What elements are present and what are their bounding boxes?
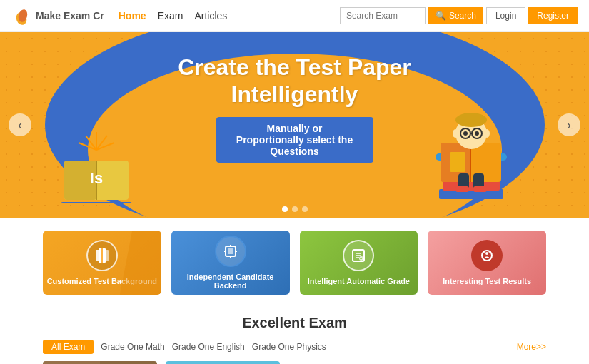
- exam-thumb-1[interactable]: Exam 1: [43, 361, 157, 364]
- excellent-title: Excellent Exam: [43, 315, 546, 331]
- nav-home[interactable]: Home: [119, 10, 146, 21]
- page-header: Make Exam Cr Home Exam Articles 🔍 Search…: [0, 0, 589, 32]
- filter-english[interactable]: Grade One English: [172, 342, 245, 352]
- svg-rect-22: [450, 152, 465, 172]
- slide-dot-3[interactable]: [302, 206, 308, 212]
- search-input[interactable]: [340, 7, 426, 24]
- svg-rect-11: [61, 202, 132, 203]
- svg-point-52: [485, 252, 488, 255]
- hero-slide-dots: [282, 206, 308, 212]
- hero-banner: Is LAN Exam Maker Create the Test Paper …: [0, 32, 589, 218]
- search-icon: 🔍: [436, 11, 446, 21]
- logo-text: Make Exam Cr: [36, 10, 104, 21]
- hero-title: Create the Test Paper Intelligently: [178, 54, 411, 108]
- nav-articles[interactable]: Articles: [194, 10, 227, 21]
- search-area: 🔍 Search Login Register: [340, 7, 578, 24]
- search-label: Search: [449, 11, 476, 21]
- feature-candidate[interactable]: Independent Candidate Backend: [171, 231, 290, 295]
- candidate-icon: [215, 236, 246, 267]
- svg-point-30: [453, 129, 458, 138]
- svg-point-24: [455, 113, 487, 127]
- svg-rect-58: [166, 361, 280, 364]
- mascot-left: Is LAN Exam Maker: [57, 125, 136, 203]
- results-label: Interesting Test Results: [443, 277, 531, 285]
- chevron-right-icon: ›: [567, 118, 571, 133]
- excellent-section: Excellent Exam All Exam Grade One Math G…: [0, 308, 589, 364]
- svg-rect-35: [473, 186, 487, 192]
- svg-point-28: [463, 131, 468, 136]
- feature-customized[interactable]: Customized Test Background: [43, 231, 161, 295]
- svg-text:Is: Is: [90, 169, 103, 187]
- hero-prev-button[interactable]: ‹: [9, 113, 31, 136]
- search-button[interactable]: 🔍 Search: [428, 7, 483, 24]
- svg-rect-41: [228, 248, 233, 254]
- more-link[interactable]: More>>: [517, 342, 546, 352]
- svg-rect-56: [43, 361, 100, 364]
- filter-physics[interactable]: Grade One Physics: [252, 342, 326, 352]
- filter-math[interactable]: Grade One Math: [101, 342, 164, 352]
- exam-thumb-2[interactable]: Exam 2: [166, 361, 280, 364]
- feature-cards: Customized Test Background Independent C…: [0, 218, 589, 308]
- exam-filter-row: All Exam Grade One Math Grade One Englis…: [43, 340, 546, 354]
- hero-title-line2: Intelligently: [231, 81, 358, 107]
- filter-all[interactable]: All Exam: [43, 340, 94, 354]
- slide-dot-1[interactable]: [282, 206, 288, 212]
- exam-thumbnails: Exam 1 Exam 2: [43, 361, 546, 364]
- hero-subtitle: Manually or Proportionally select the Qu…: [216, 117, 373, 163]
- svg-rect-34: [455, 186, 469, 192]
- logo-area: Make Exam Cr: [11, 6, 104, 26]
- hero-next-button[interactable]: ›: [558, 113, 580, 136]
- svg-point-53: [483, 251, 485, 253]
- svg-rect-14: [443, 181, 500, 191]
- svg-point-29: [475, 131, 479, 136]
- logo-icon: [11, 6, 31, 26]
- mascot-right: [425, 96, 518, 211]
- customized-icon: [86, 240, 118, 271]
- grade-label: Intelligent Automatic Grade: [308, 277, 410, 285]
- chevron-left-icon: ‹: [18, 118, 22, 133]
- nav-exam[interactable]: Exam: [158, 10, 183, 21]
- results-icon: [471, 240, 503, 271]
- hero-title-line1: Create the Test Paper: [178, 54, 411, 80]
- register-button[interactable]: Register: [528, 7, 578, 24]
- svg-point-54: [489, 251, 491, 253]
- svg-point-31: [484, 129, 490, 138]
- grade-icon: [343, 240, 374, 271]
- candidate-label: Independent Candidate Backend: [171, 273, 290, 290]
- main-nav: Home Exam Articles: [119, 10, 228, 21]
- feature-grade[interactable]: Intelligent Automatic Grade: [300, 231, 418, 295]
- svg-rect-13: [439, 189, 503, 199]
- slide-dot-2[interactable]: [292, 206, 298, 212]
- customized-label: Customized Test Background: [47, 277, 157, 285]
- login-button[interactable]: Login: [486, 7, 525, 24]
- feature-results[interactable]: Interesting Test Results: [428, 231, 546, 295]
